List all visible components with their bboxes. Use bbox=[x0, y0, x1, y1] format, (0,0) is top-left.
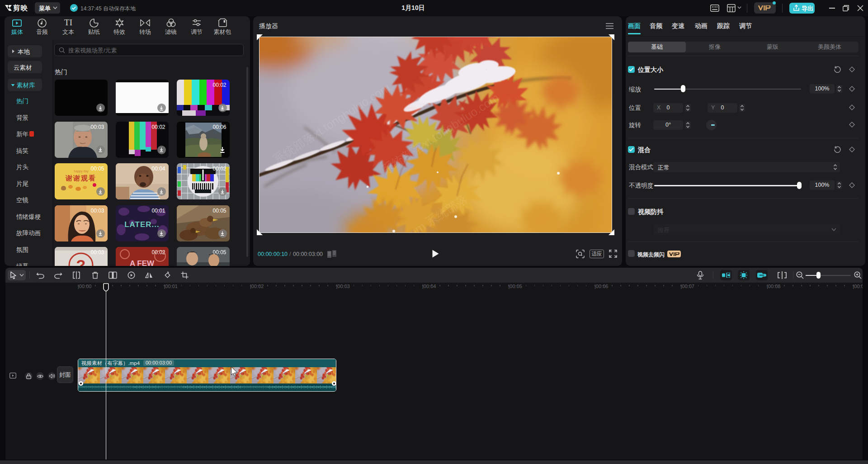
svg-text:?: ? bbox=[76, 256, 85, 266]
svg-text:LATER...: LATER... bbox=[124, 220, 160, 229]
svg-text:A FEW: A FEW bbox=[129, 259, 154, 266]
